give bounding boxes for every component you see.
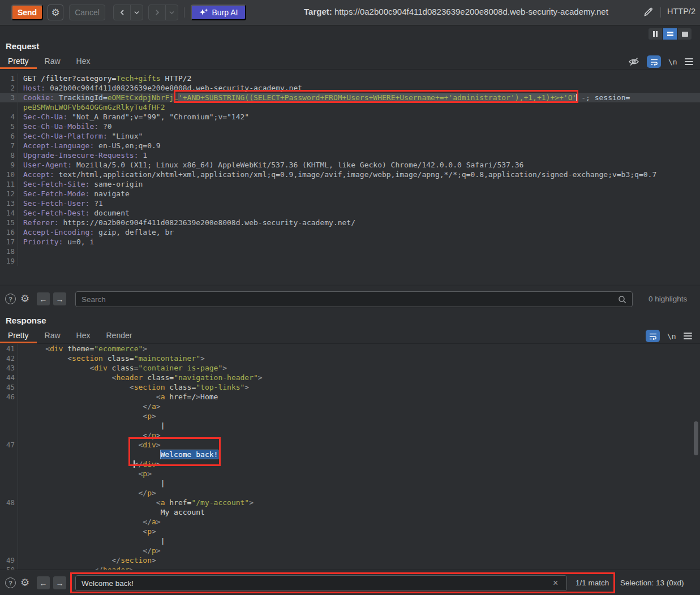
code-line[interactable]: 41 <div theme="ecommerce"> [0,344,700,353]
search-next-button[interactable]: → [53,292,66,305]
send-button[interactable]: Send [11,5,43,20]
tab-request-hex[interactable]: Hex [68,54,98,69]
help-icon[interactable]: ? [5,577,16,588]
code-segment: TrackingId= [59,93,108,102]
code-line[interactable]: 8Upgrade-Insecure-Requests: 1 [0,150,700,160]
code-line[interactable]: 18 [0,247,700,256]
code-line[interactable]: 15Referer: https://0a2b00c904f411d082363… [0,218,700,227]
code-line[interactable]: 12Sec-Fetch-Mode: navigate [0,189,700,199]
code-line[interactable]: 2Host: 0a2b00c904f411d0823639e200e8008d.… [0,83,700,93]
single-pane-icon [682,32,688,37]
code-line[interactable]: 42 <section class="maincontainer"> [0,353,700,363]
code-line[interactable]: 1GET /filter?category=Tech+gifts HTTP/2 [0,74,700,83]
code-line[interactable]: <p> [0,411,700,421]
request-editor-toolbar: \n [628,55,693,68]
code-line[interactable]: </div> [0,459,700,469]
code-segment: ?0 [98,122,111,131]
code-line[interactable]: 45 <section class="top-links"> [0,382,700,392]
cancel-button[interactable]: Cancel [69,5,105,20]
code-segment: Host: [23,84,45,92]
code-line[interactable]: 7Accept-Language: en-US,en;q=0.9 [0,141,700,150]
editor-menu-button[interactable] [685,58,693,65]
word-wrap-button[interactable] [646,330,660,342]
forward-dropdown-button[interactable] [165,5,178,20]
code-line[interactable]: | [0,421,700,430]
code-line[interactable]: 11Sec-Fetch-Site: same-origin [0,179,700,189]
help-icon[interactable]: ? [5,294,16,304]
forward-button[interactable] [149,5,165,20]
layout-columns-button[interactable] [649,28,662,40]
response-editor[interactable]: 41 <div theme="ecommerce">42 <section cl… [0,343,700,570]
code-line[interactable]: 14Sec-Fetch-Dest: document [0,208,700,218]
tab-response-hex[interactable]: Hex [68,329,98,343]
code-line[interactable]: 49 </section> [0,555,700,565]
request-editor[interactable]: 1GET /filter?category=Tech+gifts HTTP/22… [0,69,700,284]
tab-response-pretty[interactable]: Pretty [0,329,37,343]
back-button[interactable] [114,5,130,20]
code-line[interactable]: 48 <a href="/my-account"> [0,498,700,507]
back-dropdown-button[interactable] [130,5,143,20]
code-line[interactable]: 17Priority: u=0, i [0,237,700,247]
search-settings-gear-icon[interactable]: ⚙ [20,294,29,304]
code-segment: | [23,421,165,430]
editor-menu-button[interactable] [684,333,692,339]
code-line[interactable]: My account [0,507,700,517]
code-line[interactable]: 44 <header class="navigation-header"> [0,373,700,382]
code-line[interactable]: 16Accept-Encoding: gzip, deflate, br [0,227,700,237]
code-text: Sec-Fetch-Site: same-origin [23,179,700,189]
code-line[interactable]: 3Cookie: TrackingId=eOMEtCxdpjNbrFjL'+AN… [0,93,700,102]
code-line[interactable]: </a> [0,517,700,527]
code-segment [23,450,161,459]
code-line[interactable]: peBSMWnLWOFVb64OGGmGzRlkyTu4fHF2 [0,102,700,112]
code-text: | [23,536,700,546]
code-line[interactable]: 6Sec-Ch-Ua-Platform: "Linux" [0,131,700,141]
code-line[interactable]: 46 <a href=/>Home [0,392,700,402]
response-search-input[interactable] [75,575,567,591]
code-line[interactable]: 13Sec-Fetch-User: ?1 [0,199,700,208]
rows-layout-icon [667,32,673,36]
search-prev-button[interactable]: ← [37,292,50,305]
code-line[interactable]: </p> [0,546,700,555]
layout-rows-button[interactable] [663,28,677,40]
code-line[interactable]: 9User-Agent: Mozilla/5.0 (X11; Linux x86… [0,160,700,170]
edit-target-button[interactable] [643,6,654,18]
code-line[interactable]: | [0,478,700,488]
code-line[interactable]: </p> [0,488,700,498]
word-wrap-button[interactable] [647,55,661,68]
code-line[interactable]: 43 <div class="container is-page"> [0,363,700,373]
search-prev-button[interactable]: ← [37,576,50,589]
code-line[interactable]: 10Accept: text/html,application/xhtml+xm… [0,170,700,179]
burp-ai-button[interactable]: Burp AI [191,5,246,20]
code-line[interactable]: 4Sec-Ch-Ua: "Not_A Brand";v="99", "Chrom… [0,112,700,122]
code-line[interactable]: Welcome back! [0,450,700,459]
request-search-input[interactable] [75,291,633,307]
layout-single-button[interactable] [678,28,692,40]
code-line[interactable]: </p> [0,430,700,440]
line-number [0,450,18,459]
code-line[interactable]: | [0,536,700,546]
response-scrollbar-thumb[interactable] [694,421,698,455]
target-label: Target: [304,7,332,16]
code-segment: Upgrade-Insecure-Requests: [23,151,139,159]
search-next-button[interactable]: → [53,576,66,589]
hide-highlights-button[interactable] [628,57,639,66]
code-segment: Sec-Fetch-User: [23,199,89,208]
code-line[interactable]: 19 [0,256,700,266]
tab-request-raw[interactable]: Raw [37,54,68,69]
code-segment: Priority: [23,238,63,246]
code-line[interactable]: 5Sec-Ch-Ua-Mobile: ?0 [0,122,700,131]
highlights-count: 0 highlights [649,295,687,303]
clear-search-icon[interactable]: × [553,579,558,588]
show-newlines-button[interactable]: \n [667,332,676,340]
tab-request-pretty[interactable]: Pretty [0,54,37,69]
code-line[interactable]: </a> [0,402,700,411]
code-line[interactable]: <p> [0,469,700,478]
tab-response-render[interactable]: Render [98,329,140,343]
code-text: Accept-Language: en-US,en;q=0.9 [23,141,700,150]
search-settings-gear-icon[interactable]: ⚙ [20,577,29,588]
tab-response-raw[interactable]: Raw [37,329,68,343]
send-settings-gear-icon[interactable]: ⚙ [48,5,63,20]
show-newlines-button[interactable]: \n [668,58,677,66]
code-line[interactable]: <p> [0,527,700,536]
code-line[interactable]: 47 <div> [0,440,700,450]
